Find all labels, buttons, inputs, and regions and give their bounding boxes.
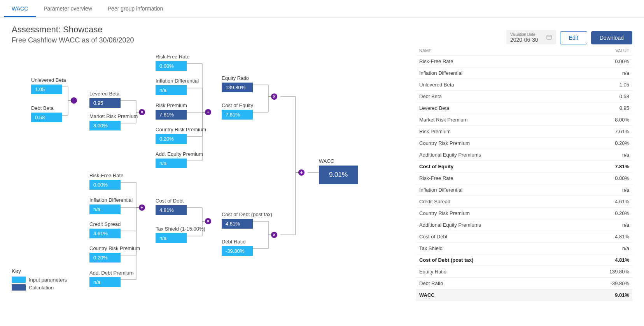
table-row: Market Risk Premium8.00%	[416, 114, 632, 126]
table-row: Equity Ratio139.80%	[416, 266, 632, 278]
table-header-value: Value	[572, 46, 633, 56]
valuation-date-label: Valuation Date	[510, 32, 538, 37]
table-row: WACC9.01%	[416, 289, 632, 301]
table-row: Cost of Debt (post tax)4.81%	[416, 254, 632, 266]
table-row: Country Risk Premium0.20%	[416, 208, 632, 219]
op-cost-of-debt: +	[139, 204, 145, 211]
table-row: Additional Equity Premiumsn/a	[416, 149, 632, 161]
table-row: Cost of Equity7.81%	[416, 161, 632, 173]
node-risk-free-rate-debt: Risk-Free Rate 0.00%	[89, 173, 140, 190]
legend-input: Input parameters	[12, 277, 67, 283]
values-table: Name Value Risk-Free Rate0.00%Inflation …	[416, 46, 632, 301]
node-debt-ratio: Debt Ratio -39.80%	[222, 239, 272, 256]
node-tax-shield: Tax Shield (1-15.00%) n/a	[156, 226, 206, 243]
legend-title: Key	[12, 268, 67, 274]
op-equity-mult: ×	[271, 93, 277, 100]
table-row: Unlevered Beta1.05	[416, 79, 632, 91]
table-row: Risk-Free Rate0.00%	[416, 56, 632, 67]
download-button[interactable]: Download	[591, 31, 632, 44]
node-cost-of-equity: Cost of Equity 7.81%	[222, 102, 272, 120]
table-row: Risk Premium7.61%	[416, 126, 632, 137]
node-inflation-diff-debt: Inflation Differential n/a	[89, 197, 140, 214]
tab-bar: WACC Parameter overview Peer group infor…	[0, 0, 644, 18]
node-wacc: WACC 9.01%	[319, 158, 362, 184]
edit-button[interactable]: Edit	[560, 31, 587, 44]
table-row: Tax Shieldn/a	[416, 243, 632, 254]
node-inflation-diff-equity: Inflation Differential n/a	[156, 78, 206, 95]
table-row: Credit Spread4.61%	[416, 196, 632, 208]
valuation-date-value: 2020-06-30	[510, 37, 538, 43]
table-row: Inflation Differentialn/a	[416, 184, 632, 196]
node-credit-spread: Credit Spread 4.61%	[89, 221, 140, 238]
node-risk-premium: Risk Premium 7.61%	[156, 102, 206, 120]
node-cost-of-debt-posttax: Cost of Debt (post tax) 4.81%	[222, 211, 272, 229]
op-wacc: +	[298, 169, 304, 176]
node-risk-free-rate-equity: Risk-Free Rate 0.00%	[156, 54, 206, 71]
table-row: Debt Beta0.58	[416, 91, 632, 102]
node-country-risk-debt: Country Risk Premium 0.20%	[89, 245, 140, 263]
op-cost-of-debt-posttax: ×	[205, 218, 211, 224]
node-cost-of-debt: Cost of Debt 4.81%	[156, 198, 206, 215]
calendar-icon	[546, 34, 552, 41]
tab-wacc[interactable]: WACC	[4, 0, 36, 17]
valuation-date-picker[interactable]: Valuation Date 2020-06-30	[506, 30, 556, 44]
table-row: Inflation Differentialn/a	[416, 67, 632, 79]
legend: Key Input parameters Calculation	[12, 268, 67, 292]
node-country-risk-equity: Country Risk Premium 0.20%	[156, 127, 206, 144]
node-debt-beta: Debt Beta 0.58	[31, 105, 82, 122]
wacc-diagram: Unlevered Beta 1.05 Debt Beta 0.58 Lever…	[12, 46, 416, 311]
table-row: Additional Equity Premiumsn/a	[416, 219, 632, 231]
op-risk-premium: ×	[139, 109, 145, 115]
svg-rect-0	[547, 35, 551, 39]
node-equity-ratio: Equity Ratio 139.80%	[222, 75, 272, 92]
legend-calc: Calculation	[12, 284, 67, 291]
table-row: Risk-Free Rate0.00%	[416, 173, 632, 184]
table-row: Cost of Debt4.81%	[416, 231, 632, 243]
table-header-name: Name	[416, 46, 572, 56]
op-debt-mult: ×	[271, 232, 277, 238]
tab-parameter-overview[interactable]: Parameter overview	[36, 0, 100, 17]
table-row: Country Risk Premium0.20%	[416, 137, 632, 149]
table-row: Levered Beta0.95	[416, 102, 632, 114]
page-title: Assessment: Showcase	[12, 25, 134, 35]
tab-peer-group[interactable]: Peer group information	[100, 0, 171, 17]
op-levered-beta	[71, 97, 77, 104]
table-row: Debt Ratio-39.80%	[416, 278, 632, 289]
page-subtitle: Free Cashflow WACC as of 30/06/2020	[12, 36, 134, 44]
node-levered-beta: Levered Beta 0.95	[89, 91, 140, 108]
node-unlevered-beta: Unlevered Beta 1.05	[31, 77, 82, 94]
node-market-risk-premium: Market Risk Premium 8.00%	[89, 113, 140, 130]
node-add-equity-premium: Add. Equity Premium n/a	[156, 151, 206, 168]
op-cost-of-equity: +	[205, 109, 211, 115]
node-add-debt-premium: Add. Debt Premium n/a	[89, 270, 140, 287]
